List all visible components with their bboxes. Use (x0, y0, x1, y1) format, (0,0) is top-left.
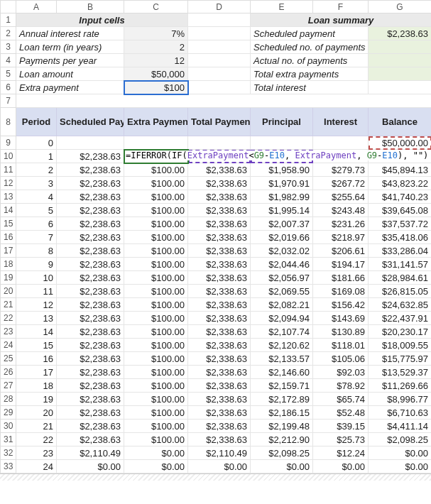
cell-extra[interactable]: $100.00 (124, 366, 188, 379)
cell-period[interactable]: 10 (16, 271, 57, 285)
cell-principal[interactable]: $2,007.37 (251, 217, 313, 231)
cell-period[interactable]: 18 (16, 379, 57, 393)
cell-extra[interactable]: $100.00 (124, 352, 188, 366)
cell-period[interactable]: 1 (16, 150, 57, 163)
col-header-selected[interactable]: C (124, 1, 188, 13)
cell-balance[interactable]: $43,823.22 (369, 177, 432, 190)
cell-formula-editing[interactable]: =IFERROR(IF(ExtraPayment<G9-E10, ExtraPa… (124, 150, 188, 163)
cell-interest[interactable]: $78.92 (313, 379, 369, 393)
cell-period[interactable]: 11 (16, 285, 57, 298)
cell-total[interactable]: $2,338.63 (188, 258, 251, 271)
cell-scheduled[interactable]: $2,238.63 (57, 285, 124, 298)
cell-principal[interactable]: $2,199.48 (251, 420, 313, 433)
cell-principal[interactable]: $2,082.21 (251, 298, 313, 312)
cell-balance[interactable]: $13,529.37 (369, 366, 432, 379)
cell[interactable] (188, 67, 251, 81)
summary-value[interactable]: $2,238.63 (369, 27, 432, 40)
row-header[interactable]: 24 (1, 339, 16, 352)
cell-principal[interactable]: $1,970.91 (251, 177, 313, 190)
row-header[interactable]: 33 (1, 460, 16, 473)
cell-extra[interactable]: $100.00 (124, 339, 188, 352)
cell-principal[interactable]: $2,044.46 (251, 258, 313, 271)
cell-principal[interactable]: $2,069.55 (251, 285, 313, 298)
cell-period[interactable]: 6 (16, 217, 57, 231)
col-header[interactable]: F (313, 1, 369, 13)
cell-principal[interactable]: $2,094.94 (251, 312, 313, 325)
cell[interactable] (188, 136, 251, 150)
row-header[interactable]: 14 (1, 204, 16, 217)
cell-period[interactable]: 21 (16, 420, 57, 433)
cell-scheduled[interactable]: $2,238.63 (57, 271, 124, 285)
cell-balance[interactable]: $39,645.08 (369, 204, 432, 217)
cell-principal[interactable]: $0.00 (251, 460, 313, 473)
row-header[interactable]: 1 (1, 13, 16, 27)
cell-interest[interactable]: $143.69 (313, 312, 369, 325)
cell-total[interactable]: $0.00 (188, 460, 251, 473)
cell-interest[interactable]: $231.26 (313, 217, 369, 231)
cell-scheduled[interactable]: $2,238.63 (57, 352, 124, 366)
cell-scheduled[interactable]: $2,238.63 (57, 150, 124, 163)
cell-scheduled[interactable]: $2,238.63 (57, 258, 124, 271)
cell-balance[interactable]: $37,537.72 (369, 217, 432, 231)
cell-interest[interactable]: $169.08 (313, 285, 369, 298)
cell-scheduled[interactable]: $2,238.63 (57, 190, 124, 204)
cell-period[interactable]: 19 (16, 393, 57, 406)
cell-total[interactable]: $2,338.63 (188, 190, 251, 204)
cell-period[interactable]: 4 (16, 190, 57, 204)
row-header[interactable]: 21 (1, 298, 16, 312)
cell-principal[interactable]: $1,995.14 (251, 204, 313, 217)
cell-period[interactable]: 7 (16, 231, 57, 244)
cell-extra[interactable]: $100.00 (124, 177, 188, 190)
cell-balance[interactable]: $41,740.23 (369, 190, 432, 204)
row-header[interactable]: 4 (1, 54, 16, 67)
cell-principal[interactable]: $1,982.99 (251, 190, 313, 204)
cell[interactable] (188, 13, 251, 27)
cell-scheduled[interactable]: $2,238.63 (57, 312, 124, 325)
cell-principal[interactable]: $2,098.25 (251, 447, 313, 460)
input-value[interactable]: 7% (124, 27, 188, 40)
col-header[interactable]: E (251, 1, 313, 13)
row-header[interactable]: 7 (1, 94, 16, 108)
cell-total[interactable]: $2,338.63 (188, 312, 251, 325)
cell-balance[interactable]: $22,437.91 (369, 312, 432, 325)
cell-period[interactable]: 8 (16, 244, 57, 258)
row-header[interactable]: 26 (1, 366, 16, 379)
cell-extra[interactable]: $100.00 (124, 231, 188, 244)
cell-total[interactable]: $2,338.63 (188, 366, 251, 379)
input-value[interactable]: $50,000 (124, 67, 188, 81)
row-header[interactable]: 11 (1, 163, 16, 177)
cell-balance[interactable]: $0.00 (369, 447, 432, 460)
row-header[interactable]: 18 (1, 258, 16, 271)
cell-interest[interactable]: $279.73 (313, 163, 369, 177)
cell-scheduled[interactable]: $2,238.63 (57, 231, 124, 244)
row-header[interactable]: 29 (1, 406, 16, 420)
cell-total[interactable]: $2,338.63 (188, 433, 251, 447)
row-header[interactable]: 31 (1, 433, 16, 447)
col-header[interactable]: A (16, 1, 57, 13)
cell-scheduled[interactable]: $2,238.63 (57, 366, 124, 379)
row-header[interactable]: 23 (1, 325, 16, 339)
cell-period[interactable]: 5 (16, 204, 57, 217)
cell-principal[interactable]: $2,146.60 (251, 366, 313, 379)
cell-total[interactable]: $2,338.63 (188, 406, 251, 420)
cell-extra[interactable]: $100.00 (124, 258, 188, 271)
cell-total[interactable]: $2,338.63 (188, 352, 251, 366)
cell-scheduled[interactable]: $2,238.63 (57, 393, 124, 406)
cell-period[interactable]: 23 (16, 447, 57, 460)
cell-total[interactable]: $2,338.63 (188, 217, 251, 231)
cell-principal[interactable]: $2,019.66 (251, 231, 313, 244)
cell[interactable] (188, 81, 251, 94)
col-header[interactable]: D (188, 1, 251, 13)
cell-scheduled[interactable]: $2,238.63 (57, 177, 124, 190)
cell-period[interactable]: 20 (16, 406, 57, 420)
cell-total[interactable]: $2,338.63 (188, 379, 251, 393)
cell-scheduled[interactable]: $2,238.63 (57, 433, 124, 447)
row-header[interactable]: 28 (1, 393, 16, 406)
cell-interest[interactable]: $12.24 (313, 447, 369, 460)
row-header[interactable]: 20 (1, 285, 16, 298)
cell-extra[interactable]: $100.00 (124, 190, 188, 204)
cell-total[interactable]: $2,110.49 (188, 447, 251, 460)
cell-principal[interactable]: $2,186.15 (251, 406, 313, 420)
cell-balance[interactable]: $33,286.04 (369, 244, 432, 258)
cell[interactable] (313, 136, 369, 150)
